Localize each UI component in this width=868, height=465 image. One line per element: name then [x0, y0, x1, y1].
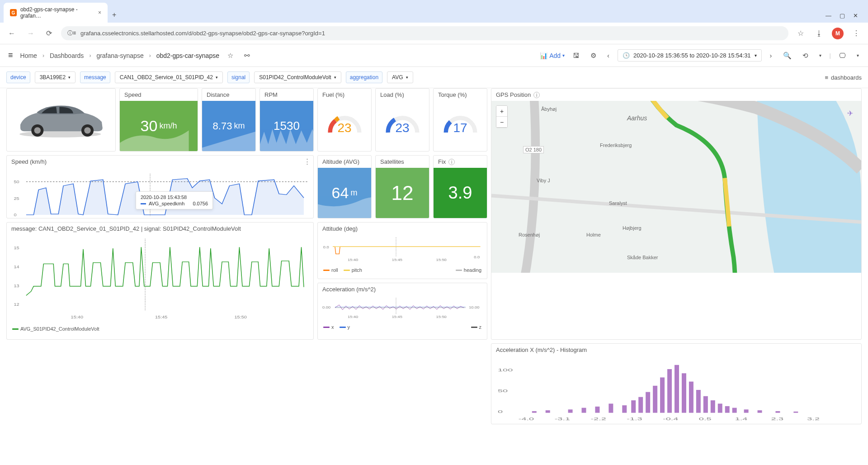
svg-text:0.0: 0.0 [474, 255, 480, 259]
var-signal-select[interactable]: S01PID42_ControlModuleVolt▾ [254, 71, 341, 83]
svg-rect-48 [609, 403, 613, 413]
panel-fix[interactable]: Fix i 3.9 [433, 155, 487, 218]
airport-icon: ✈ [847, 109, 853, 118]
bar-chart-icon: 📊 [540, 52, 547, 59]
save-button[interactable]: 🖫 [570, 50, 582, 61]
chevron-down-icon: ▾ [755, 53, 757, 58]
panel-title: Speed [120, 89, 198, 101]
svg-text:0: 0 [14, 213, 17, 217]
settings-icon[interactable]: ⚙ [588, 50, 599, 62]
var-message-select[interactable]: CAN1_OBD2_Service_01_S01PID_42▾ [115, 71, 223, 83]
svg-text:15:45: 15:45 [155, 315, 168, 319]
maximize-icon[interactable]: ▢ [840, 12, 845, 19]
svg-text:15:50: 15:50 [235, 218, 247, 218]
refresh-icon[interactable]: ⟲ [800, 50, 811, 62]
svg-rect-60 [703, 396, 708, 413]
refresh-interval-dropdown[interactable]: ▾ [816, 51, 824, 60]
panel-title: Speed (km/h) [7, 156, 313, 168]
legend-label: pitch [352, 267, 362, 273]
panel-title: Attitude (deg) [318, 223, 487, 235]
svg-text:1.4: 1.4 [735, 417, 748, 421]
svg-rect-63 [725, 406, 730, 413]
share-button[interactable]: ⚯ [241, 50, 253, 62]
tab-title: obd2-gps-car-synapse - grafan… [20, 6, 94, 19]
menu-icon[interactable]: ≡ [6, 49, 15, 62]
star-button[interactable]: ☆ [225, 50, 236, 62]
zoom-out-icon[interactable]: 🔍 [780, 50, 794, 62]
time-forward-icon[interactable]: › [767, 50, 775, 61]
panel-acceleration[interactable]: Acceleration (m/s^2) 0.00 10.00 15:40 15… [317, 283, 487, 340]
site-info-icon[interactable]: ⓘ≡ [67, 29, 76, 37]
panel-distance[interactable]: Distance 8.73 km [202, 88, 256, 152]
tooltip-value: 0.0756 [193, 201, 208, 206]
panel-fuel[interactable]: Fuel (%) 23 [317, 88, 372, 152]
panel-load[interactable]: Load (%) 23 [375, 88, 429, 152]
svg-rect-57 [682, 373, 686, 413]
map-canvas[interactable]: + − Åbyhøj Aarhus Frederiksbjerg Viby J … [491, 101, 861, 273]
time-range-picker[interactable]: 🕓 2020-10-28 15:36:55 to 2020-10-28 15:5… [618, 49, 762, 62]
crumb-dashboards[interactable]: Dashboards [50, 52, 84, 59]
url-input[interactable]: ⓘ≡ grafana.csselectronics.stellarhosted.… [61, 26, 788, 40]
svg-text:-4.0: -4.0 [519, 417, 534, 421]
close-window-icon[interactable]: ✕ [853, 12, 858, 19]
crumb-page[interactable]: obd2-gps-car-synapse [156, 52, 219, 59]
tv-mode-icon[interactable]: 🖵 [836, 50, 849, 61]
svg-text:15:40: 15:40 [348, 315, 359, 319]
chevron-down-icon[interactable]: ▾ [854, 51, 862, 60]
svg-text:12: 12 [14, 302, 19, 307]
time-back-icon[interactable]: ‹ [604, 50, 612, 61]
info-icon[interactable]: i [533, 92, 540, 98]
bookmark-icon[interactable]: ☆ [795, 27, 807, 39]
map-label: Skåde Bakker [627, 255, 658, 260]
kebab-icon[interactable]: ⋮ [850, 27, 863, 39]
svg-text:0.00: 0.00 [322, 305, 330, 309]
profile-avatar[interactable]: M [832, 28, 844, 39]
svg-text:15: 15 [14, 246, 19, 250]
stat-value: 17 [453, 121, 467, 135]
panel-title: Altitude (AVG) [318, 156, 371, 168]
panel-torque[interactable]: Torque (%) 17 [433, 88, 487, 152]
svg-rect-66 [758, 410, 762, 413]
reload-icon[interactable]: ⟳ [43, 27, 55, 39]
info-icon[interactable]: i [448, 159, 455, 165]
panel-volt-chart[interactable]: message: CAN1_OBD2_Service_01_S01PID_42 … [6, 222, 314, 340]
panel-gps-map[interactable]: GPS Position i + − Åbyhøj Aarhus Frederi… [491, 88, 862, 340]
panel-title: Load (%) [376, 89, 429, 101]
svg-text:14: 14 [14, 265, 19, 269]
panel-histogram[interactable]: Acceleration X (m/s^2) - Histogram 0 50 … [491, 343, 862, 424]
minimize-icon[interactable]: — [826, 12, 831, 19]
zoom-in-button[interactable]: + [496, 106, 507, 117]
svg-text:50: 50 [14, 180, 19, 184]
browser-tab[interactable]: G obd2-gps-car-synapse - grafan… × [4, 3, 108, 23]
zoom-out-button[interactable]: − [496, 117, 507, 128]
panel-altitude[interactable]: Altitude (AVG) 64 m [317, 155, 372, 218]
close-icon[interactable]: × [98, 9, 101, 16]
svg-point-8 [34, 127, 41, 133]
svg-rect-62 [718, 403, 722, 413]
stat-value: 23 [395, 121, 409, 135]
back-icon[interactable]: ← [5, 28, 18, 39]
panel-attitude[interactable]: Attitude (deg) 0.0 0.0 15:40 15:45 15:50… [317, 222, 487, 279]
var-aggregation-select[interactable]: AVG▾ [387, 71, 413, 83]
panel-speed-chart[interactable]: Speed (km/h) ⋮ 0 25 50 15:40 15:45 15:50… [6, 155, 314, 218]
panel-rpm[interactable]: RPM 1530 [259, 88, 314, 152]
panel-menu-icon[interactable]: ⋮ [304, 157, 311, 166]
legend-label: z [479, 324, 482, 330]
svg-text:0.0: 0.0 [323, 245, 329, 249]
new-tab-button[interactable]: + [108, 7, 121, 23]
forward-icon[interactable]: → [24, 28, 37, 39]
var-device-select[interactable]: 3BA199E2▾ [35, 71, 75, 83]
panel-satellites[interactable]: Satellites 12 [375, 155, 429, 218]
dashboards-link[interactable]: ≡ dashboards [825, 74, 862, 81]
panel-title: Acceleration (m/s^2) [318, 283, 487, 295]
svg-rect-50 [631, 400, 636, 413]
crumb-home[interactable]: Home [20, 52, 37, 59]
downloads-icon[interactable]: ⭳ [813, 28, 826, 39]
add-panel-button[interactable]: 📊 Add ▾ [540, 52, 565, 59]
crumb-folder[interactable]: grafana-synapse [96, 52, 143, 59]
panel-title: GPS Position [496, 91, 531, 98]
var-label-aggregation: aggregation [346, 71, 382, 83]
svg-text:15:50: 15:50 [235, 315, 247, 319]
panel-speed[interactable]: Speed 30 km/h [119, 88, 198, 152]
chevron-down-icon: ▾ [406, 75, 408, 80]
